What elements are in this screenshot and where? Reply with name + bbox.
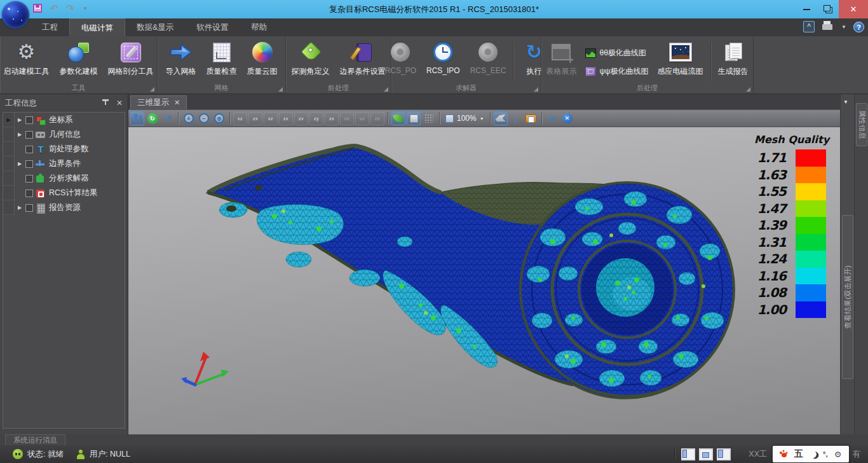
group-dialog-launcher-icon[interactable] (150, 87, 154, 92)
close-view-button[interactable]: ✕ (560, 111, 574, 125)
view-orientation-button[interactable]: zx (279, 112, 293, 125)
view-orientation-button[interactable]: zx (325, 112, 339, 125)
redo-icon[interactable]: ↷ (67, 4, 75, 13)
quick-access-dropdown-icon[interactable]: ▼ (83, 6, 88, 11)
drop-view-button[interactable]: ↓ (509, 111, 523, 125)
ime-punctuation-toggle[interactable]: °, (823, 450, 827, 458)
generate-report-button[interactable]: 生成报告 (713, 39, 754, 84)
tree-item-preprocess-params[interactable]: T 前处理参数 (3, 142, 125, 156)
property-info-vertical-tab[interactable]: 属性信息 (856, 103, 867, 146)
group-dialog-launcher-icon[interactable] (278, 87, 283, 92)
ime-settings-gear-icon[interactable]: ⚙ (834, 450, 842, 459)
zoom-in-button[interactable]: + (182, 111, 196, 125)
view-orientation-button[interactable]: vz (355, 112, 369, 125)
tree-item-rcs-results[interactable]: RCS计算结果 (3, 186, 125, 200)
layout-full-panel-button[interactable] (717, 448, 731, 460)
surface-display-button[interactable] (407, 111, 421, 125)
view-orientation-button[interactable]: zx (248, 112, 262, 125)
mesh-surface-button[interactable] (494, 111, 508, 125)
curve-chart-icon (585, 48, 596, 58)
layout-bottom-panel-button[interactable] (699, 448, 713, 460)
view-results-vertical-tab[interactable]: 查看结果(双击展开) (842, 215, 853, 379)
system-message-tab[interactable]: 系统运行消息 (5, 434, 65, 445)
tree-checkbox[interactable] (25, 131, 33, 139)
view-orientation-button[interactable]: xz (264, 112, 278, 125)
ime-fullwidth-moon-icon[interactable] (809, 450, 817, 458)
tree-item-boundary-conditions[interactable]: ▶ 边界条件 (3, 156, 125, 171)
tab-settings[interactable]: 软件设置 (185, 18, 240, 36)
grid-display-button[interactable] (422, 111, 436, 125)
tab-project[interactable]: 工程 (31, 18, 69, 36)
psi-polarization-curve-button[interactable]: ψψ极化曲线图 (581, 62, 652, 81)
layout-left-panel-button[interactable] (681, 448, 695, 460)
start-modeling-tool-button[interactable]: ⚙ 启动建模工具 (0, 39, 55, 84)
tree-checkbox[interactable] (25, 204, 33, 212)
3d-viewport[interactable]: Mesh Quality 1.71 1.63 1.55 1.47 (128, 127, 840, 434)
tree-item-report-resources[interactable]: ▶ 报告资源 (3, 200, 125, 215)
zoom-level-combo[interactable]: 100% ▼ (443, 111, 487, 125)
rcs-ipo-button[interactable]: RCS_IPO (421, 39, 465, 84)
tree-checkbox[interactable] (25, 175, 33, 183)
theta-polarization-curve-button[interactable]: θθ极化曲线图 (581, 44, 652, 62)
expander-icon[interactable]: ▶ (15, 132, 25, 137)
chevron-down-icon[interactable]: ▼ (843, 99, 848, 105)
tab-data-display[interactable]: 数据&显示 (125, 18, 185, 36)
tree-checkbox[interactable] (25, 116, 33, 124)
restore-button[interactable] (817, 0, 839, 18)
parametric-modeling-button[interactable]: 参数化建模 (55, 39, 103, 84)
view-orientation-button[interactable]: vx (340, 112, 354, 125)
help-icon[interactable]: ? (853, 22, 864, 32)
zoom-fit-button[interactable]: ⊕ (212, 111, 226, 125)
print-icon[interactable] (822, 21, 834, 32)
probe-angle-button[interactable]: 探测角定义 (287, 39, 335, 84)
view-orientation-button[interactable]: zx (370, 112, 384, 125)
rcs-eec-button[interactable]: RCS_EEC (465, 39, 512, 84)
ime-logo-paw-icon[interactable] (780, 450, 788, 458)
quality-check-button[interactable]: 质量检查 (201, 39, 242, 84)
induced-current-map-button[interactable]: 感应电磁流图 (653, 39, 709, 84)
panel-close-icon[interactable]: ✕ (116, 99, 123, 107)
view-orientation-button[interactable]: zv (294, 112, 308, 125)
zoom-fit-icon: ⊕ (214, 113, 224, 123)
group-dialog-launcher-icon[interactable] (384, 87, 388, 92)
expander-icon[interactable]: ▶ (15, 205, 25, 211)
tree-item-geometry-info[interactable]: ▶ 几何信息 (3, 127, 125, 142)
pan-button[interactable]: ↗ (161, 111, 175, 125)
quality-cloud-button[interactable]: 质量云图 (242, 39, 283, 84)
rcs-po-button[interactable]: RCS_PO (380, 39, 421, 84)
snapshot-button[interactable] (524, 111, 538, 125)
smooth-shading-button[interactable] (391, 111, 405, 125)
tree-checkbox[interactable] (25, 190, 33, 197)
collapse-ribbon-icon[interactable]: ^ (803, 21, 815, 32)
expander-icon[interactable]: ▶ (15, 117, 25, 123)
table-display-button[interactable]: 表格展示 (541, 39, 581, 84)
rotate-view-button[interactable]: ↻ (130, 111, 144, 125)
group-dialog-launcher-icon[interactable] (534, 87, 538, 92)
tree-item-coordinate-system[interactable]: ▶ ▶ 坐标系 (3, 113, 125, 127)
tab-help[interactable]: 帮助 (240, 18, 278, 36)
zoom-out-button[interactable]: − (197, 111, 211, 125)
save-icon[interactable] (33, 4, 42, 13)
view-orientation-button[interactable]: xz (233, 112, 247, 125)
tree-item-analysis-solver[interactable]: 分析求解器 (3, 171, 125, 186)
tab-em-compute[interactable]: 电磁计算 (69, 18, 125, 36)
ime-wubi-mode[interactable]: 五 (794, 448, 803, 460)
minimize-button[interactable] (796, 0, 817, 18)
tree-checkbox[interactable] (25, 146, 33, 153)
close-button[interactable]: ✕ (839, 0, 868, 18)
print-dropdown-icon[interactable]: ▼ (841, 24, 846, 30)
expander-icon[interactable]: ▶ (15, 161, 25, 167)
undo-icon[interactable]: ↶ (50, 4, 58, 13)
view-orientation-button[interactable]: zy (309, 112, 323, 125)
3d-model-canvas[interactable] (128, 127, 840, 434)
share-button[interactable]: ≺ (545, 111, 559, 125)
group-dialog-launcher-icon[interactable] (746, 87, 750, 92)
mesh-partition-tool-button[interactable]: 网格剖分工具 (103, 39, 159, 84)
app-logo[interactable] (2, 1, 29, 29)
tab-close-icon[interactable]: ✕ (174, 99, 180, 107)
import-mesh-button[interactable]: 导入网格 (161, 39, 201, 84)
tree-checkbox[interactable] (25, 160, 33, 168)
tab-3d-display[interactable]: 三维显示 ✕ (130, 95, 187, 109)
pin-icon[interactable] (101, 99, 110, 107)
orbit-button[interactable]: ↻ (146, 111, 159, 125)
